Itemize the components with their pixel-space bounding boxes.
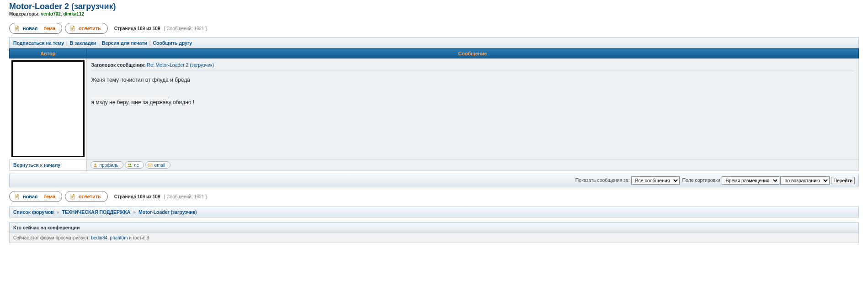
- pm-button[interactable]: лс: [125, 161, 144, 169]
- header-author: Автор: [10, 49, 87, 58]
- page-current: 109: [137, 194, 145, 199]
- signature-divider: [91, 98, 169, 98]
- post-row: Заголовок сообщения: Re: Motor-Loader 2 …: [10, 58, 859, 159]
- reply-button[interactable]: ответить: [65, 23, 108, 34]
- post-subject: Заголовок сообщения: Re: Motor-Loader 2 …: [91, 62, 854, 70]
- new-topic-button[interactable]: новая тема: [9, 23, 62, 34]
- reply-label: ответить: [79, 194, 101, 199]
- post-count-suffix: ]: [205, 26, 207, 31]
- document-icon: [13, 25, 21, 32]
- new-topic-label-1: новая: [23, 194, 38, 199]
- new-topic-label-1: новая: [23, 26, 38, 31]
- post-body: Женя тему почистил от флуда и бреда: [91, 76, 854, 84]
- breadcrumb: Список форумов » ТЕХНИЧЕСКАЯ ПОДДЕРЖКА »…: [9, 207, 859, 217]
- email-friend-link[interactable]: Сообщить другу: [153, 40, 192, 46]
- breadcrumb-root[interactable]: Список форумов: [13, 209, 54, 215]
- email-button[interactable]: email: [145, 161, 170, 169]
- pagination-top: Страница 109 из 109 [ Сообщений: 1621 ]: [114, 26, 207, 31]
- header-message: Сообщение: [86, 49, 859, 58]
- post-subject-link[interactable]: Re: Motor-Loader 2 (загрузчик): [147, 62, 214, 68]
- print-version-link[interactable]: Версия для печати: [102, 40, 147, 46]
- topic-title-link[interactable]: Motor-Loader 2 (загрузчик): [9, 2, 116, 11]
- display-options-bar: Показать сообщения за: Все сообщения Пол…: [9, 174, 859, 187]
- guests-count: 3: [146, 235, 149, 240]
- page-of: из: [146, 26, 151, 31]
- topic-actions-bar: Подписаться на тему | В закладки | Верси…: [9, 37, 859, 48]
- sort-direction-select[interactable]: по возрастанию: [780, 176, 830, 185]
- posts-table: Автор Сообщение Заголовок сообщения: Re:…: [9, 48, 859, 171]
- moderator-link-1[interactable]: vento702: [41, 11, 61, 16]
- document-icon: [69, 193, 76, 200]
- page-of: из: [146, 194, 151, 199]
- who-online-body: Сейчас этот форум просматривают: bedin84…: [9, 233, 859, 243]
- post-cell: Заголовок сообщения: Re: Motor-Loader 2 …: [86, 58, 859, 159]
- moderators-label: Модераторы:: [9, 11, 40, 16]
- profile-button-label: профиль: [100, 163, 118, 168]
- online-user-2[interactable]: phant0m: [110, 235, 128, 240]
- people-icon: [127, 162, 133, 168]
- post-count-suffix: ]: [205, 194, 207, 199]
- envelope-icon: [148, 162, 153, 168]
- bottom-buttons-bar: новая тема ответить Страница 109 из 109 …: [9, 191, 859, 202]
- reply-button-bottom[interactable]: ответить: [65, 191, 108, 202]
- online-user-1[interactable]: bedin84: [91, 235, 107, 240]
- post-count-prefix: [ Сообщений:: [164, 194, 193, 199]
- page-current: 109: [137, 26, 145, 31]
- subscribe-link[interactable]: Подписаться на тему: [13, 40, 64, 46]
- svg-point-2: [130, 164, 131, 165]
- svg-point-0: [94, 163, 96, 165]
- email-button-label: email: [154, 163, 165, 168]
- post-count-prefix: [ Сообщений:: [164, 26, 193, 31]
- who-online-prefix: Сейчас этот форум просматривают:: [13, 235, 90, 240]
- post-footer-row: Вернуться к началу профиль лс email: [10, 159, 859, 171]
- page-total: 109: [153, 194, 160, 199]
- table-header-row: Автор Сообщение: [10, 49, 859, 58]
- go-button[interactable]: [831, 177, 855, 184]
- topic-title: Motor-Loader 2 (загрузчик): [9, 2, 859, 11]
- avatar: [11, 60, 85, 157]
- profile-button[interactable]: профиль: [91, 161, 123, 169]
- document-icon: [13, 193, 21, 200]
- author-cell: [10, 58, 87, 159]
- profile-buttons-cell: профиль лс email: [86, 159, 859, 171]
- breadcrumb-category[interactable]: ТЕХНИЧЕСКАЯ ПОДДЕРЖКА: [62, 209, 130, 215]
- reply-label: ответить: [79, 26, 101, 31]
- page-label: Страница: [114, 194, 136, 199]
- back-to-top-link[interactable]: Вернуться к началу: [13, 162, 60, 168]
- breadcrumb-forum[interactable]: Motor-Loader (загрузчик): [138, 209, 197, 215]
- show-posts-label: Показать сообщения за:: [575, 177, 630, 183]
- pm-button-label: лс: [134, 163, 139, 168]
- who-online-header: Кто сейчас на конференции: [9, 222, 859, 233]
- svg-point-1: [128, 164, 129, 165]
- document-icon: [69, 25, 76, 32]
- new-topic-button-bottom[interactable]: новая тема: [9, 191, 62, 202]
- period-select[interactable]: Все сообщения: [631, 176, 680, 185]
- new-topic-label-2: тема: [44, 26, 55, 31]
- guests-label: и гости:: [129, 235, 145, 240]
- signature-text: я мзду не беру, мне за державу обидно !: [91, 99, 854, 106]
- moderators-line: Модераторы: vento702, dimka112: [9, 11, 859, 16]
- bookmark-link[interactable]: В закладки: [70, 40, 96, 46]
- back-to-top-cell: Вернуться к началу: [10, 159, 87, 171]
- post-subject-label: Заголовок сообщения:: [91, 62, 146, 68]
- pagination-bottom: Страница 109 из 109 [ Сообщений: 1621 ]: [114, 194, 207, 199]
- person-icon: [93, 162, 98, 168]
- page-total: 109: [153, 26, 160, 31]
- page-label: Страница: [114, 26, 136, 31]
- top-buttons-bar: новая тема ответить Страница 109 из 109 …: [9, 23, 859, 34]
- post-count: 1621: [194, 194, 204, 199]
- sort-field-select[interactable]: Время размещения: [722, 176, 779, 185]
- moderator-link-2[interactable]: dimka112: [63, 11, 84, 16]
- post-count: 1621: [194, 26, 204, 31]
- sort-field-label: Поле сортировки: [682, 177, 720, 183]
- new-topic-label-2: тема: [44, 194, 55, 199]
